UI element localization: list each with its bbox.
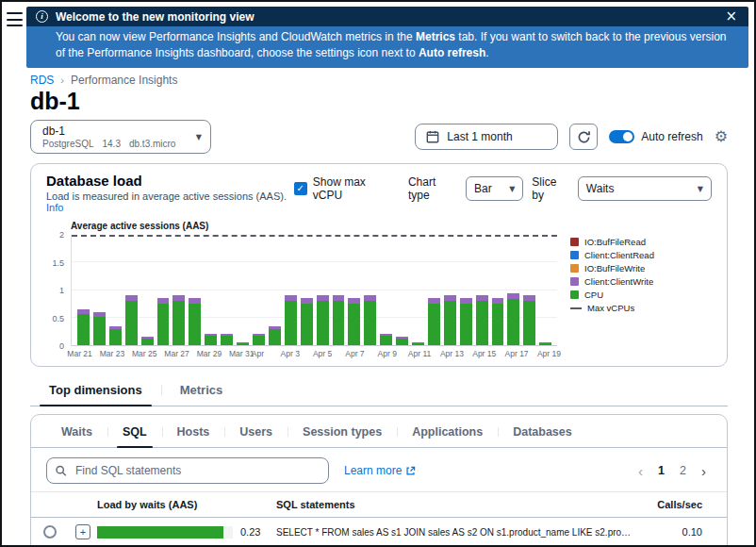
pagination-page-2[interactable]: 2: [674, 462, 692, 479]
chart-bar-apr-3[interactable]: [285, 235, 297, 345]
chart-bar-apr-1[interactable]: [253, 235, 265, 345]
chart-bar-mar-30[interactable]: [221, 235, 233, 345]
pagination-prev[interactable]: ‹: [633, 462, 649, 480]
bar-segment-cpu: [237, 343, 249, 345]
bar-segment-cpu: [523, 301, 535, 345]
chevron-down-icon: ▼: [698, 185, 703, 193]
max-vcpus-line: [72, 235, 557, 237]
close-icon[interactable]: ×: [723, 9, 739, 24]
show-max-vcpu-checkbox[interactable]: ✓ Show max vCPU: [294, 175, 392, 202]
bar-segment-cpu: [93, 317, 106, 345]
banner-title: Welcome to the new monitoring view: [56, 10, 254, 24]
auto-refresh-label: Auto refresh: [641, 130, 702, 143]
y-axis-tick: 0: [59, 341, 64, 351]
settings-gear-icon[interactable]: ⚙: [715, 129, 728, 144]
chevron-down-icon: ▼: [196, 133, 202, 141]
top-bar: i Welcome to the new monitoring view × Y…: [2, 2, 754, 68]
x-axis-tick: Apr: [252, 349, 264, 358]
bar-segment-cpu: [476, 301, 488, 345]
dimension-tab-session-types[interactable]: Session types: [288, 419, 397, 447]
x-axis-tick: Apr 17: [505, 349, 529, 358]
instance-name: db-1: [42, 124, 188, 138]
y-axis-tick: 2: [59, 230, 64, 240]
dimension-tab-waits[interactable]: Waits: [46, 419, 107, 447]
y-axis-labels: 00.511.52: [46, 235, 71, 346]
chart-bar-mar-22[interactable]: [93, 235, 106, 345]
chart-bar-apr-17[interactable]: [507, 235, 519, 345]
hamburger-menu-icon[interactable]: [7, 12, 23, 26]
dimensions-card: WaitsSQLHostsUsersSession typesApplicati…: [30, 414, 728, 547]
load-bar-track: [97, 526, 233, 539]
date-range-picker[interactable]: Last 1 month: [415, 124, 558, 150]
chart-bar-mar-31[interactable]: [237, 235, 249, 345]
chart-bar-apr-8[interactable]: [364, 235, 376, 345]
bar-segment-cpu: [221, 336, 233, 345]
chart-bar-apr-18[interactable]: [523, 235, 535, 345]
chart-bar-apr-10[interactable]: [396, 235, 408, 345]
calls-per-sec-value: 0.10: [646, 526, 714, 538]
bar-segment-cpu: [333, 301, 345, 345]
bar-segment-cpu: [125, 301, 138, 345]
row-radio-button[interactable]: [43, 525, 57, 539]
chart-bar-apr-14[interactable]: [460, 235, 472, 345]
bar-segment-cpu: [301, 304, 313, 345]
dimension-tab-hosts[interactable]: Hosts: [162, 419, 225, 447]
pagination-next[interactable]: ›: [696, 462, 712, 480]
main-content: RDS › Performance Insights db-1 db-1 Pos…: [2, 74, 754, 547]
dimension-tab-sql[interactable]: SQL: [107, 419, 162, 447]
dimension-tab-users[interactable]: Users: [224, 419, 288, 447]
auto-refresh-toggle[interactable]: [609, 130, 634, 143]
x-axis-tick: Mar 27: [164, 349, 189, 358]
chart-type-select[interactable]: Bar ▼: [466, 176, 523, 201]
x-axis-tick: Apr 11: [408, 349, 431, 358]
breadcrumb-separator: ›: [60, 75, 64, 86]
r-column-value: 1: [714, 526, 728, 538]
learn-more-link[interactable]: Learn more: [344, 464, 416, 477]
expand-row-button[interactable]: +: [75, 524, 90, 539]
aas-chart-bars: [75, 235, 553, 345]
chart-bar-mar-24[interactable]: [125, 235, 138, 345]
legend-item-client-clientwrite: Client:ClientWrite: [570, 276, 712, 287]
search-input[interactable]: [46, 457, 329, 484]
app-window: i Welcome to the new monitoring view × Y…: [0, 0, 756, 547]
dimension-tab-databases[interactable]: Databases: [498, 419, 587, 447]
chart-bar-mar-28[interactable]: [189, 235, 201, 345]
column-calls-per-sec: Calls/sec: [646, 499, 714, 510]
instance-selector[interactable]: db-1 PostgreSQL 14.3 db.t3.micro ▼: [30, 120, 211, 154]
bar-segment-cpu: [173, 301, 185, 345]
bar-segment-cpu: [205, 336, 217, 345]
chart-bar-apr-13[interactable]: [444, 235, 456, 345]
chart-bar-apr-5[interactable]: [317, 235, 329, 345]
chart-bar-apr-7[interactable]: [348, 235, 360, 345]
tab-top-dimensions[interactable]: Top dimensions: [30, 376, 161, 406]
refresh-button[interactable]: [569, 124, 598, 150]
chart-bar-mar-21[interactable]: [77, 235, 90, 345]
x-axis-tick: Mar 31: [229, 349, 254, 358]
chart-bar-apr-9[interactable]: [380, 235, 392, 345]
chart-bar-mar-23[interactable]: [109, 235, 122, 345]
info-link[interactable]: Info: [46, 202, 63, 213]
breadcrumb-current: Performance Insights: [71, 74, 177, 87]
chart-bar-apr-2[interactable]: [269, 235, 281, 345]
chart-bar-apr-6[interactable]: [333, 235, 345, 345]
slice-by-select[interactable]: Waits ▼: [578, 176, 712, 201]
chart-bar-mar-29[interactable]: [205, 235, 217, 345]
bar-segment-cpu: [412, 343, 424, 345]
chart-bar-apr-16[interactable]: [492, 235, 504, 345]
chart-bar-apr-15[interactable]: [476, 235, 488, 345]
chart-bar-mar-25[interactable]: [141, 235, 154, 345]
chart-bar-mar-26[interactable]: [157, 235, 170, 345]
legend-item-io-buffileread: IO:BufFileRead: [570, 237, 712, 247]
chart-bar-apr-12[interactable]: [428, 235, 440, 345]
banner-text: You can now view Performance Insights an…: [56, 30, 416, 43]
chart-bar-apr-11[interactable]: [412, 235, 424, 345]
x-axis-tick: Apr 19: [537, 349, 561, 358]
breadcrumb-rds-link[interactable]: RDS: [30, 74, 54, 87]
tab-metrics[interactable]: Metrics: [161, 376, 242, 406]
chart-bar-apr-19[interactable]: [539, 235, 551, 345]
breadcrumb: RDS › Performance Insights: [30, 74, 728, 87]
chart-bar-mar-27[interactable]: [173, 235, 185, 345]
chart-bar-apr-4[interactable]: [301, 235, 313, 345]
pagination-page-1[interactable]: 1: [652, 462, 670, 479]
dimension-tab-applications[interactable]: Applications: [397, 419, 498, 447]
